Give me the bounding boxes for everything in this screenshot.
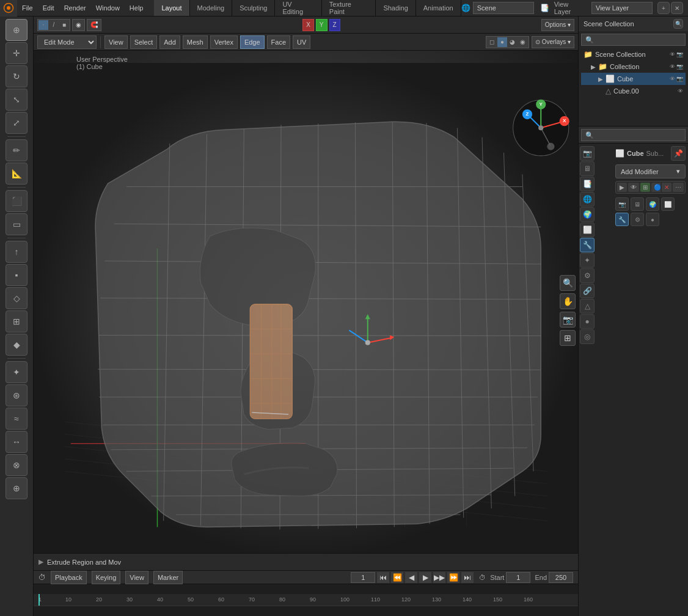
menu-edit[interactable]: Edit (38, 0, 59, 16)
pan-btn[interactable]: ✋ (560, 293, 576, 309)
vertex-select-btn[interactable]: · (38, 20, 48, 30)
x-axis-btn[interactable]: X (302, 19, 314, 31)
play-btn[interactable]: ▶ (419, 572, 431, 583)
render-camera-icon[interactable]: 📷 (676, 51, 683, 57)
collection-visibility-icon[interactable]: 👁 (670, 64, 675, 70)
data-props-btn[interactable]: △ (580, 299, 595, 314)
tab-animation[interactable]: Animation (416, 0, 461, 16)
deform-icon[interactable]: 🔵 (651, 183, 661, 192)
menu-file[interactable]: File (17, 0, 38, 16)
face-select-btn[interactable]: ■ (59, 20, 69, 30)
view-layer-props-btn[interactable]: 📑 (580, 177, 595, 191)
modifier-settings-icon[interactable]: 🔧 (615, 213, 629, 226)
scene-input[interactable] (473, 2, 534, 14)
next-keyframe-btn[interactable]: ⏩ (447, 572, 459, 583)
outliner-item-collection[interactable]: ▶ 📁 Collection 👁 📷 (581, 61, 686, 73)
options-btn[interactable]: Options ▾ (541, 19, 574, 31)
marker-menu-btn[interactable]: Marker (153, 571, 183, 584)
proportional-btn[interactable]: ◉ (72, 19, 85, 31)
tab-layout[interactable]: Layout (154, 0, 189, 16)
outliner-filter-btn[interactable]: 🔍 (673, 19, 683, 29)
inset-tool[interactable]: ▪ (5, 264, 27, 286)
jump-end-btn[interactable]: ⏭ (461, 572, 474, 583)
render-props-btn[interactable]: 📷 (580, 146, 595, 161)
world-settings-icon[interactable]: 🌍 (646, 197, 659, 211)
extrude-operation-bar[interactable]: ▶ Extrude Region and Mov (34, 553, 578, 570)
material-props-btn[interactable]: ● (580, 314, 595, 329)
object-props-btn[interactable]: ⬜ (580, 222, 595, 237)
timeline-ruler[interactable]: 1 10 20 30 40 50 60 70 80 90 100 110 120… (34, 584, 578, 616)
menu-render[interactable]: Render (59, 0, 91, 16)
modifier-play-icon[interactable]: ▶ (617, 183, 627, 192)
subdiv-icon[interactable]: ⊞ (640, 183, 650, 192)
world-props-btn[interactable]: 🌍 (580, 207, 595, 222)
modifier-close-icon[interactable]: ✕ (662, 183, 672, 192)
prev-frame-btn[interactable]: ◀ (405, 572, 417, 583)
bevel-tool[interactable]: ◇ (5, 287, 27, 309)
scale-tool[interactable]: ⤡ (5, 89, 27, 111)
particles-props-btn[interactable]: ✦ (580, 253, 595, 268)
vertex-menu-btn[interactable]: Vertex (210, 35, 238, 49)
cube-visibility-icon[interactable]: 👁 (670, 76, 675, 82)
3d-viewport[interactable]: Y X Z (34, 51, 578, 570)
prev-keyframe-btn[interactable]: ⏪ (391, 572, 403, 583)
cursor-tool[interactable]: ⊕ (5, 19, 27, 41)
outliner-item-cube[interactable]: ▶ ⬜ Cube 👁 📷 (581, 73, 686, 85)
quad-view-btn[interactable]: ⊞ (560, 330, 576, 346)
mesh-menu-btn[interactable]: Mesh (183, 35, 208, 49)
spin-tool[interactable]: ⊛ (5, 384, 27, 406)
render-settings-icon[interactable]: 📷 (615, 197, 629, 211)
view-menu-btn[interactable]: View (104, 35, 128, 49)
modifier-more-icon[interactable]: ⋯ (673, 183, 684, 192)
view-menu-timeline-btn[interactable]: View (125, 571, 148, 584)
smooth-tool[interactable]: ≈ (5, 408, 27, 430)
edge-select-btn[interactable]: / (49, 20, 59, 30)
constraints-props-btn[interactable]: 🔗 (580, 284, 595, 298)
z-axis-btn[interactable]: Z (329, 19, 340, 31)
scene-props-btn[interactable]: 🌐 (580, 192, 595, 207)
tab-modeling[interactable]: Modeling (190, 0, 233, 16)
end-frame-input[interactable] (549, 572, 573, 583)
tab-shading[interactable]: Shading (376, 0, 415, 16)
move-tool[interactable]: ✛ (5, 42, 27, 64)
select-menu-btn[interactable]: Select (130, 35, 158, 49)
wireframe-btn[interactable]: ◻ (487, 37, 497, 47)
knife-tool[interactable]: ◆ (5, 334, 27, 356)
view-layer-input[interactable] (591, 2, 653, 14)
camera-btn[interactable]: 📷 (560, 312, 576, 328)
add-plane-tool[interactable]: ▭ (5, 213, 27, 235)
output-settings-icon[interactable]: 🖥 (631, 197, 644, 211)
visibility-eye-icon[interactable]: 👁 (670, 51, 675, 57)
outliner-item-cube-001[interactable]: △ Cube.00 👁 (581, 85, 686, 97)
tab-texture-paint[interactable]: Texture Paint (322, 0, 376, 16)
extrude-tool[interactable]: ↑ (5, 241, 27, 263)
current-frame-input[interactable] (351, 572, 375, 583)
menu-help[interactable]: Help (125, 0, 148, 16)
edge-menu-btn[interactable]: Edge (240, 35, 265, 49)
transform-tool[interactable]: ⤢ (5, 112, 27, 134)
menu-window[interactable]: Window (91, 0, 125, 16)
start-frame-input[interactable] (506, 572, 530, 583)
y-axis-btn[interactable]: Y (316, 19, 328, 31)
playback-menu-btn[interactable]: Playback (51, 571, 87, 584)
outliner-search[interactable] (581, 34, 686, 46)
physics-props-btn[interactable]: ⚙ (580, 268, 595, 283)
poly-build-tool[interactable]: ✦ (5, 361, 27, 383)
cube-render-icon[interactable]: 📷 (676, 76, 683, 82)
rotate-tool[interactable]: ↻ (5, 65, 27, 87)
keying-menu-btn[interactable]: Keying (92, 571, 121, 584)
new-scene-btn[interactable]: + (657, 2, 670, 14)
material-preview-btn[interactable]: ◕ (508, 37, 518, 47)
material-settings-icon[interactable]: ● (646, 213, 659, 226)
annotate-tool[interactable]: ✏ (5, 139, 27, 161)
physics-settings-icon[interactable]: ⚙ (631, 213, 644, 226)
snap-btn[interactable]: 🧲 (87, 19, 101, 31)
cube001-visibility-icon[interactable]: 👁 (678, 88, 683, 94)
zoom-in-btn[interactable]: 🔍 (560, 275, 576, 291)
modifier-props-btn[interactable]: 🔧 (580, 238, 595, 252)
measure-tool[interactable]: 📐 (5, 163, 27, 185)
solid-btn[interactable]: ● (497, 37, 507, 47)
output-props-btn[interactable]: 🖥 (580, 161, 595, 176)
edge-slide-tool[interactable]: ↔ (5, 431, 27, 453)
add-modifier-btn[interactable]: Add Modifier ▾ (615, 164, 686, 178)
